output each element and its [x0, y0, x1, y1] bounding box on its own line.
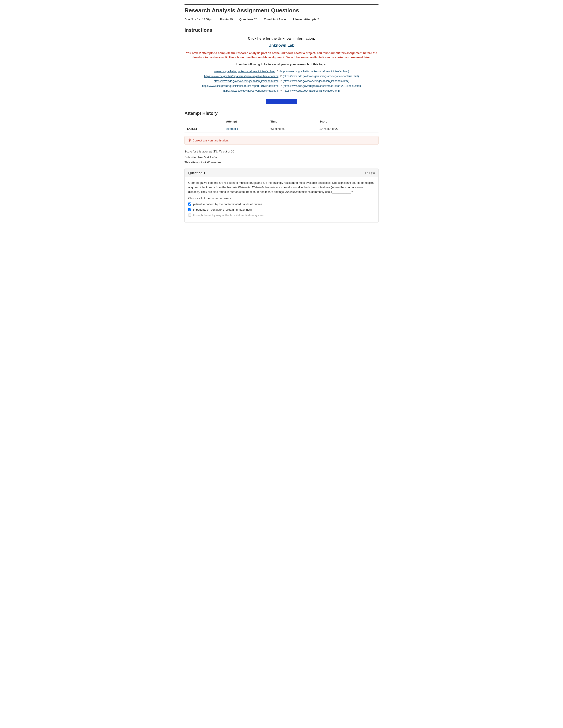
- warning-text: You have 2 attempts to complete the rese…: [184, 51, 379, 59]
- score-info: Score for this attempt: 19.75 out of 20 …: [184, 148, 379, 165]
- question-1-title: Question 1: [188, 171, 205, 175]
- resource-link-url: (https://www.cdc.gov/hai/surveillance/in…: [283, 89, 340, 92]
- top-border: [184, 4, 379, 5]
- resource-link-row: https://www.cdc.gov/hai/settings/lab/lab…: [184, 79, 379, 83]
- meta-due: Due Nov 8 at 11:59pm: [184, 18, 213, 21]
- instructions-content: Click here for the Unknown information: …: [184, 37, 379, 66]
- answer-label: patient to patient by the contaminated h…: [193, 202, 262, 206]
- meta-questions: Questions 20: [239, 18, 257, 21]
- table-row: LATEST Attempt 1 63 minutes 19.75 out of…: [184, 125, 379, 132]
- col-header-empty: [184, 118, 223, 125]
- meta-time-limit: Time Limit None: [264, 18, 286, 21]
- answer-option: in patients on ventilators (breathing ma…: [188, 208, 375, 211]
- answer-option: through the air by way of the hospital v…: [188, 214, 375, 217]
- resource-link-url: (https://www.cdc.gov/hai/organisms/gram-…: [283, 75, 359, 78]
- instructions-section-title: Instructions: [184, 27, 379, 33]
- resource-link[interactable]: https://www.cdc.gov/hai/organisms/gram-n…: [204, 75, 278, 78]
- choose-text: Choose all of the correct answers.: [188, 197, 375, 200]
- resource-link[interactable]: https://www.cdc.gov/hai/surveillance/ind…: [223, 89, 278, 92]
- col-header-score: Score: [317, 118, 379, 125]
- score-prefix: Score for this attempt:: [184, 150, 212, 153]
- correct-answers-text: Correct answers are hidden.: [193, 139, 228, 142]
- attempt-history-table: Attempt Time Score LATEST Attempt 1 63 m…: [184, 118, 379, 132]
- answer-option: patient to patient by the contaminated h…: [188, 202, 375, 206]
- resource-link-row: https://www.cdc.gov/hai/organisms/gram-n…: [184, 74, 379, 78]
- question-1-points: 1 / 1 pts: [365, 171, 375, 175]
- row-label: LATEST: [184, 125, 223, 132]
- col-header-time: Time: [268, 118, 317, 125]
- correct-answers-notice-box: ⓘ Correct answers are hidden.: [184, 136, 379, 145]
- page-title: Research Analysis Assignment Questions: [184, 7, 379, 14]
- answer-label: through the air by way of the hospital v…: [193, 214, 263, 217]
- question-1-text: Gram-negative bacteria are resistant to …: [188, 181, 375, 194]
- row-attempt[interactable]: Attempt 1: [223, 125, 268, 132]
- row-score: 19.75 out of 20: [317, 125, 379, 132]
- resource-link-row: https://www.cdc.gov/drugresistance/threa…: [184, 84, 379, 87]
- meta-allowed-attempts: Allowed Attempts 2: [293, 18, 319, 21]
- submitted-text: Submitted Nov 5 at 1:45am: [184, 155, 379, 160]
- resource-link[interactable]: www.cdc.gov/hai/organisms/cre/cre-clinic…: [214, 70, 275, 73]
- click-here-text: Click here for the Unknown information:: [184, 37, 379, 41]
- unknown-lab-link[interactable]: Unknown Lab: [184, 43, 379, 48]
- resource-link[interactable]: https://www.cdc.gov/hai/settings/lab/lab…: [214, 80, 278, 83]
- table-header-row: Attempt Time Score: [184, 118, 379, 125]
- resource-link-url: (http://www.cdc.gov/hai/organisms/cre/cr…: [279, 70, 349, 73]
- resource-link-url: (https://www.cdc.gov/drugresistance/thre…: [283, 84, 361, 87]
- attempt-history-title: Attempt History: [184, 111, 379, 116]
- attempt-duration: This attempt took 63 minutes.: [184, 160, 379, 165]
- question-1-box: Question 1 1 / 1 pts Gram-negative bacte…: [184, 169, 379, 223]
- question-1-header: Question 1 1 / 1 pts: [185, 169, 378, 177]
- answers-container: patient to patient by the contaminated h…: [188, 202, 375, 217]
- row-time: 63 minutes: [268, 125, 317, 132]
- resource-link-row: www.cdc.gov/hai/organisms/cre/cre-clinic…: [184, 69, 379, 73]
- take-quiz-button[interactable]: [266, 99, 297, 104]
- attempt-link[interactable]: Attempt 1: [226, 127, 238, 130]
- resource-link[interactable]: https://www.cdc.gov/drugresistance/threa…: [202, 84, 278, 87]
- answer-checkbox: [188, 214, 191, 217]
- meta-bar: Due Nov 8 at 11:59pm Points 20 Questions…: [184, 16, 379, 23]
- info-icon: ⓘ: [188, 138, 191, 142]
- resource-link-row: https://www.cdc.gov/hai/surveillance/ind…: [184, 89, 379, 92]
- resource-links: www.cdc.gov/hai/organisms/cre/cre-clinic…: [184, 69, 379, 92]
- score-bold: 19.75: [213, 149, 222, 153]
- answer-checkbox[interactable]: [188, 208, 191, 211]
- col-header-attempt: Attempt: [223, 118, 268, 125]
- question-1-body: Gram-negative bacteria are resistant to …: [185, 177, 378, 223]
- resource-link-url: (https://www.cdc.gov/hai/settings/lab/la…: [283, 80, 349, 83]
- links-intro: Use the following links to assist you in…: [184, 63, 379, 66]
- answer-checkbox[interactable]: [188, 202, 191, 206]
- answer-label: in patients on ventilators (breathing ma…: [193, 208, 252, 211]
- score-suffix: out of 20: [223, 150, 234, 153]
- meta-points: Points 20: [220, 18, 233, 21]
